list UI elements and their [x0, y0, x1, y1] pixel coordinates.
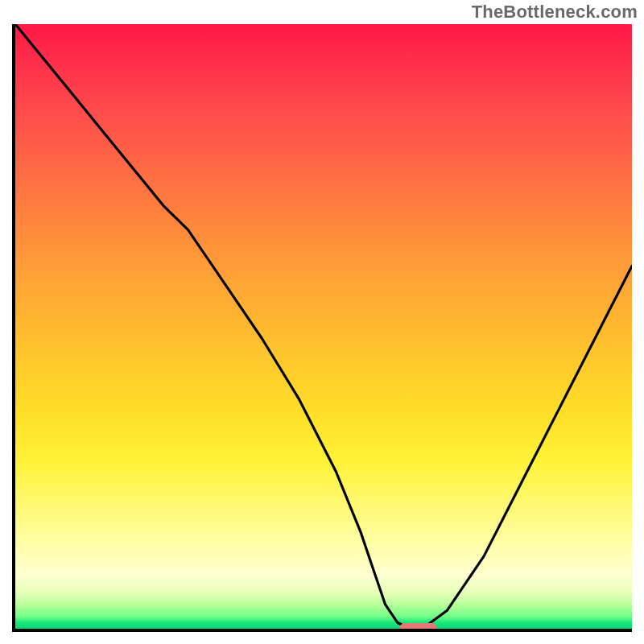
watermark-text: TheBottleneck.com — [472, 2, 638, 23]
curve-layer — [15, 24, 632, 629]
plot-area — [12, 24, 632, 632]
optimal-marker — [399, 623, 436, 632]
chart-frame: TheBottleneck.com — [0, 0, 644, 644]
bottleneck-curve — [15, 24, 632, 629]
